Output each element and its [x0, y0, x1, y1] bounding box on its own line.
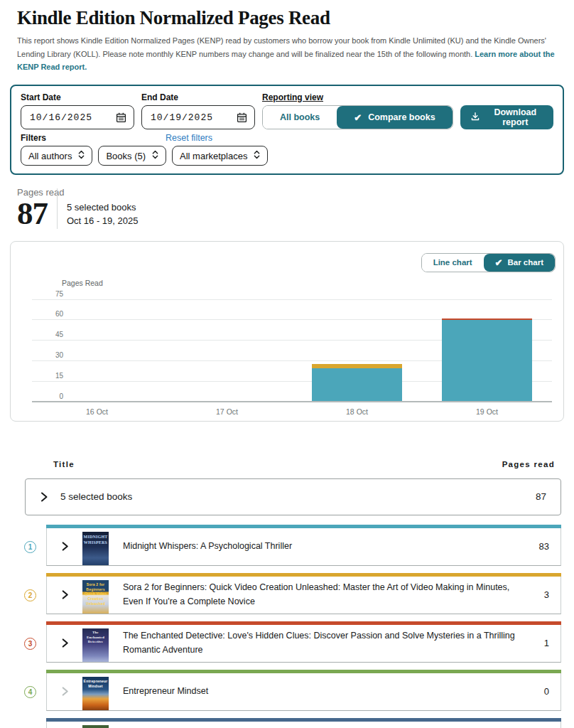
book-cover: The Enchanted Detective: [82, 628, 109, 662]
pages-read-total: 87: [17, 198, 48, 229]
table-row[interactable]: 3 The Enchanted Detective The Enchanted …: [46, 621, 561, 663]
sort-chevrons-icon: [254, 150, 260, 161]
sort-chevrons-icon: [78, 150, 85, 161]
x-axis-label: 18 Oct: [292, 407, 422, 416]
table-row[interactable]: 1 MIDNIGHT WHISPERS Midnight Whispers: A…: [46, 525, 561, 566]
chart-type-toggle: Line chart ✔Bar chart: [421, 253, 556, 272]
x-axis-label: 16 Oct: [32, 407, 162, 416]
pages-read-label: Pages read: [17, 187, 557, 198]
expand-chevron-icon[interactable]: [40, 491, 48, 503]
bar-chart-label: Bar chart: [508, 258, 544, 267]
pages-read-value: 3: [544, 589, 549, 600]
summary-divider: [57, 188, 58, 229]
start-date-label: Start Date: [21, 90, 134, 105]
x-axis-label: 17 Oct: [162, 407, 292, 416]
rank-badge: 2: [24, 589, 36, 601]
book-cover: Entrepreneur Mindset: [82, 677, 109, 710]
download-report-button[interactable]: Download report: [460, 105, 553, 129]
kenp-report-page: Kindle Edition Normalized Pages Read Thi…: [0, 0, 574, 728]
bar-segment: [312, 368, 402, 401]
rank-badge: 4: [24, 686, 36, 698]
all-books-label: All books: [280, 112, 320, 122]
chart-card: Line chart ✔Bar chart Pages Read 0153045…: [10, 241, 564, 422]
end-date-label: End Date: [141, 90, 255, 105]
calendar-icon[interactable]: [112, 112, 126, 123]
description-text: This report shows Kindle Edition Normali…: [17, 36, 546, 58]
authors-filter-dropdown[interactable]: All authors: [21, 146, 92, 166]
expand-row-chevron-icon[interactable]: [61, 589, 69, 600]
table-row[interactable]: 2 Sora 2 for Beginners Quick Video Creat…: [46, 573, 561, 614]
download-report-label: Download report: [487, 107, 543, 127]
line-chart-button[interactable]: Line chart: [422, 254, 484, 272]
y-tick-label: 45: [43, 331, 63, 338]
pages-read-value: 1: [544, 638, 549, 648]
page-description: This report shows Kindle Edition Normali…: [17, 34, 557, 74]
summary-date-range: Oct 16 - 19, 2025: [67, 214, 138, 228]
bar-18-oct: [312, 364, 402, 401]
y-tick-label: 75: [43, 290, 63, 298]
marketplaces-filter-dropdown[interactable]: All marketplaces: [172, 146, 268, 166]
sort-chevrons-icon: [152, 150, 158, 161]
start-date-input[interactable]: [28, 112, 112, 124]
marketplaces-filter-value: All marketplaces: [180, 151, 247, 161]
pages-read-summary: Pages read 87 5 selected books Oct 16 - …: [17, 187, 557, 229]
rank-badge: 1: [24, 541, 36, 553]
selected-books-count: 5 selected books: [67, 200, 138, 215]
reporting-view-label: Reporting view: [262, 90, 453, 105]
reporting-view-group: Reporting view All books ✔Compare books: [262, 90, 453, 129]
check-icon: ✔: [495, 258, 503, 267]
end-date-input[interactable]: [149, 112, 232, 124]
gridline: [32, 401, 552, 402]
download-icon: [470, 112, 480, 124]
book-cover: Nourish Flourish: [82, 725, 109, 728]
start-date-field[interactable]: [21, 105, 134, 129]
table-row[interactable]: 4 Entrepreneur Mindset Entrepreneur Mind…: [46, 670, 561, 711]
y-tick-label: 30: [43, 351, 63, 359]
y-axis-title: Pages Read: [62, 279, 103, 287]
authors-filter-value: All authors: [28, 151, 72, 161]
compare-books-button[interactable]: ✔Compare books: [337, 106, 452, 129]
books-filter-dropdown[interactable]: Books (5): [98, 146, 166, 166]
check-icon: ✔: [354, 113, 362, 122]
filters-label: Filters: [21, 133, 46, 143]
end-date-field[interactable]: [141, 105, 255, 129]
reset-filters-link[interactable]: Reset filters: [166, 133, 212, 143]
y-tick-label: 60: [43, 310, 63, 318]
y-tick-label: 15: [43, 372, 63, 380]
expand-row-chevron-icon[interactable]: [61, 638, 69, 648]
expand-row-chevron-icon[interactable]: [61, 541, 69, 552]
expand-row-chevron-icon[interactable]: [61, 686, 69, 697]
book-title: Entrepreneur Mindset: [123, 685, 208, 698]
book-title: Midnight Whispers: A Psychological Thril…: [123, 540, 292, 553]
book-cover: Sora 2 for Beginners Quick Video Creatio…: [82, 580, 109, 614]
x-axis-labels: 16 Oct17 Oct18 Oct19 Oct: [32, 407, 552, 416]
calendar-icon[interactable]: [232, 112, 247, 123]
page-title: Kindle Edition Normalized Pages Read: [17, 7, 557, 29]
summary-row-label: 5 selected books: [60, 491, 132, 502]
books-table: Title Pages read 5 selected books 87 1 M…: [0, 460, 574, 728]
books-filter-value: Books (5): [106, 151, 146, 161]
book-cover: MIDNIGHT WHISPERS: [82, 532, 109, 565]
gridline: [32, 299, 552, 300]
start-date-group: Start Date: [21, 90, 134, 129]
bar-chart-button[interactable]: ✔Bar chart: [484, 254, 555, 272]
y-tick-label: 0: [43, 392, 63, 400]
rank-badge: 3: [24, 638, 36, 650]
table-row[interactable]: 5 Nourish Flourish Nourish & Flourish: T…: [46, 718, 561, 728]
book-title: The Enchanted Detective: Love's Hidden C…: [123, 629, 521, 657]
selected-books-summary-row[interactable]: 5 selected books 87: [25, 478, 561, 515]
all-books-button[interactable]: All books: [263, 106, 337, 129]
summary-row-pages: 87: [536, 491, 546, 502]
book-title: Sora 2 for Beginners: Quick Video Creati…: [123, 581, 521, 609]
bar-segment: [442, 320, 532, 400]
pages-column-header: Pages read: [502, 460, 555, 469]
title-column-header: Title: [53, 460, 75, 469]
line-chart-label: Line chart: [433, 258, 472, 267]
chart-plot: 01530456075: [32, 296, 552, 402]
bar-19-oct: [442, 318, 532, 400]
filter-panel: Start Date End Date Reportin: [10, 85, 564, 175]
x-axis-label: 19 Oct: [422, 407, 552, 416]
compare-books-label: Compare books: [368, 112, 435, 122]
end-date-group: End Date: [141, 90, 255, 129]
pages-read-value: 83: [539, 541, 549, 552]
